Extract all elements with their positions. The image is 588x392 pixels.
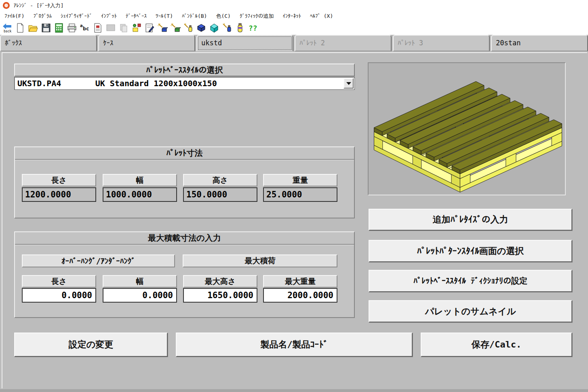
help-icon[interactable]: ?? — [247, 22, 259, 34]
max-weight-label: 最大重量 — [263, 275, 337, 288]
open-folder-icon[interactable] — [27, 22, 39, 34]
product-name-code-button[interactable]: 製品名/製品ｺｰﾄﾞ — [176, 333, 413, 357]
chevron-down-icon — [346, 82, 351, 85]
menu-add-graphic[interactable]: ｸﾞﾗﾌｨｯｸの追加 — [235, 11, 278, 21]
width-label: 幅 — [103, 174, 177, 186]
draw-box-green-icon[interactable] — [170, 22, 181, 34]
shape-wizard-icon[interactable] — [131, 22, 142, 34]
box-3d-icon[interactable] — [196, 22, 207, 34]
pallet-base-style-dictionary-button[interactable]: ﾊﾟﾚｯﾄﾍﾞｰｽｽﾀｲﾙ ﾃﾞｨｸｼｮﾅﾘの設定 — [369, 270, 572, 292]
pallet-3d-image — [368, 62, 566, 195]
menu-bundle[interactable]: ﾊﾞﾝﾄﾞﾙ(B) — [177, 11, 211, 21]
max-weight-input[interactable] — [263, 288, 337, 303]
title-bar: ｱﾚﾝｼﾞ - [ﾃﾞｰﾀ入力] — [0, 0, 588, 11]
save-calc-button[interactable]: 保存/Calc. — [421, 333, 572, 357]
change-settings-button[interactable]: 設定の変更 — [14, 333, 168, 357]
svg-text:??: ?? — [249, 24, 257, 32]
copy-disabled-icon[interactable] — [118, 22, 129, 34]
menu-tools[interactable]: ﾂｰﾙ(T) — [151, 11, 177, 21]
toolbar: back abc ?? — [0, 21, 588, 35]
max-load-header: 最大積載寸法の入力 — [15, 232, 354, 245]
app-logo-icon — [3, 2, 10, 9]
max-width-label: 幅 — [103, 275, 177, 288]
tab-ukstd[interactable]: ukstd — [196, 35, 293, 51]
application-window: ｱﾚﾝｼﾞ - [ﾃﾞｰﾀ入力] ﾌｧｲﾙ(F) ﾌﾟﾛｸﾞﾗﾑ ｼｪｲﾌﾟｳｨ… — [0, 0, 588, 392]
report-icon[interactable] — [92, 22, 103, 34]
status-strip — [0, 389, 588, 392]
pallet-thumbnail-button[interactable]: パレットのサムネイル — [369, 300, 572, 322]
menu-program[interactable]: ﾌﾟﾛｸﾞﾗﾑ — [29, 11, 56, 21]
pallet-base-style-header: ﾊﾟﾚｯﾄﾍﾞｰｽｽﾀｲﾙの選択 — [14, 64, 355, 76]
max-height-input[interactable] — [183, 288, 257, 303]
pallet-base-style-selected-value: UKSTD.PA4 UK Standard 1200x1000x150 — [15, 78, 217, 88]
cube-wireframe-icon[interactable] — [209, 22, 220, 34]
placeholder-disabled-icon[interactable] — [105, 22, 116, 34]
new-file-icon[interactable] — [15, 22, 26, 34]
save-icon[interactable] — [40, 22, 52, 34]
overhang-width-input[interactable] — [103, 288, 177, 303]
tab-case[interactable]: ｹｰｽ — [98, 35, 195, 51]
calculator-icon[interactable] — [53, 22, 65, 34]
bottle-icon[interactable] — [234, 22, 246, 34]
svg-text:bc: bc — [83, 25, 89, 32]
pallet-pattern-style-screen-button[interactable]: ﾊﾟﾚｯﾄﾊﾟﾀｰﾝｽﾀｲﾙ画面の選択 — [369, 240, 572, 262]
menu-color[interactable]: 色(C) — [211, 11, 235, 21]
menu-shape-wizard[interactable]: ｼｪｲﾌﾟｳｨｻﾞｰﾄﾞ — [56, 11, 97, 21]
window-title: ｱﾚﾝｼﾞ - [ﾃﾞｰﾀ入力] — [14, 2, 64, 9]
max-load-group: 最大積載寸法の入力 ｵｰﾊﾞｰﾊﾝｸﾞ/ｱﾝﾀﾞｰﾊﾝｸﾞ 最大積荷 長さ 幅 … — [14, 231, 355, 318]
menu-internet[interactable]: ｲﾝﾀｰﾈｯﾄ — [278, 11, 306, 21]
spellcheck-icon[interactable]: abc — [79, 22, 91, 34]
overhang-underhang-subheader: ｵｰﾊﾞｰﾊﾝｸﾞ/ｱﾝﾀﾞｰﾊﾝｸﾞ — [22, 254, 175, 267]
menu-database[interactable]: ﾃﾞｰﾀﾍﾞｰｽ — [121, 11, 151, 21]
menu-file[interactable]: ﾌｧｲﾙ(F) — [0, 11, 29, 21]
tab-20stan[interactable]: 20stan — [491, 35, 588, 51]
weight-label: 重量 — [263, 174, 337, 186]
pallet-dimensions-group: ﾊﾟﾚｯﾄ寸法 長さ 幅 高さ 重量 1200.0000 1000.0000 1… — [14, 146, 355, 218]
pallet-dimensions-header: ﾊﾟﾚｯﾄ寸法 — [15, 147, 354, 160]
back-icon[interactable]: back — [2, 22, 13, 34]
additional-palletize-button[interactable]: 追加ﾊﾟﾚﾀｲｽﾞの入力 — [369, 209, 572, 231]
pallet-3d-drawing — [369, 63, 565, 195]
draw-bottle-icon[interactable] — [183, 22, 194, 34]
height-value-field: 150.0000 — [183, 187, 257, 202]
svg-text:a: a — [80, 23, 83, 28]
print-icon[interactable] — [66, 22, 78, 34]
menu-help[interactable]: ﾍﾙﾌﾟ (X) — [306, 11, 337, 21]
weight-value-field: 25.0000 — [263, 187, 337, 202]
properties-icon[interactable] — [144, 22, 155, 34]
length-value-field: 1200.0000 — [22, 187, 96, 202]
combobox-dropdown-button[interactable] — [344, 78, 354, 89]
tab-bar: ﾎﾞｯｸｽ ｹｰｽ ukstd ﾊﾟﾚｯﾄ 2 ﾊﾟﾚｯﾄ 3 20stan — [0, 35, 588, 51]
draw-box-blue-icon[interactable] — [157, 22, 168, 34]
overhang-length-input[interactable] — [22, 288, 96, 303]
height-label: 高さ — [183, 174, 257, 186]
svg-text:back: back — [4, 30, 11, 33]
max-height-label: 最大高さ — [183, 275, 257, 288]
pallet-base-style-combobox[interactable]: UKSTD.PA4 UK Standard 1200x1000x150 — [14, 77, 355, 90]
max-cargo-subheader: 最大積荷 — [183, 254, 337, 267]
draw-bottle-blue-icon[interactable] — [221, 22, 233, 34]
length-label: 長さ — [22, 174, 96, 186]
menu-bar: ﾌｧｲﾙ(F) ﾌﾟﾛｸﾞﾗﾑ ｼｪｲﾌﾟｳｨｻﾞｰﾄﾞ ｲﾝﾌﾟｯﾄ ﾃﾞｰﾀ… — [0, 11, 588, 21]
tab-pallet-3[interactable]: ﾊﾟﾚｯﾄ 3 — [393, 35, 490, 51]
width-value-field: 1000.0000 — [103, 187, 177, 202]
menu-input[interactable]: ｲﾝﾌﾟｯﾄ — [97, 11, 121, 21]
max-length-label: 長さ — [22, 275, 96, 288]
tab-pallet-2[interactable]: ﾊﾟﾚｯﾄ 2 — [295, 35, 392, 51]
tab-box[interactable]: ﾎﾞｯｸｽ — [0, 35, 97, 51]
